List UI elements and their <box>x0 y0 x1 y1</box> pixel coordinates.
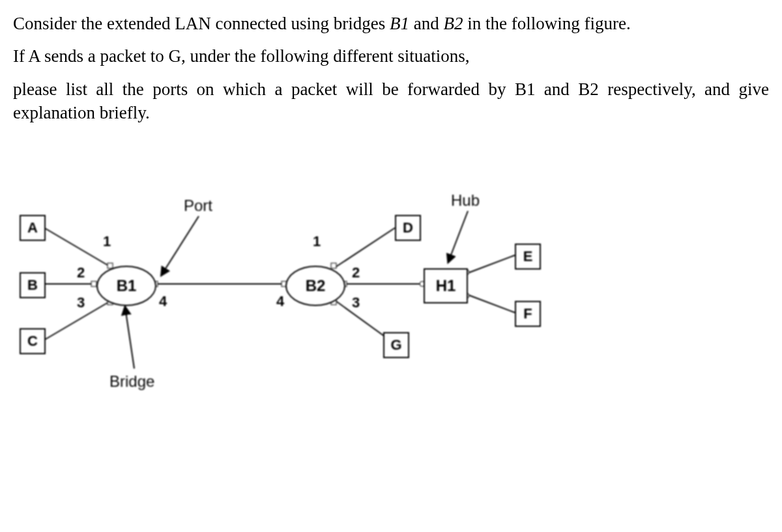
svg-line-8 <box>467 294 515 313</box>
port-b1-4: 4 <box>159 292 167 311</box>
svg-line-10 <box>448 211 468 262</box>
hub-label: Hub <box>451 190 480 211</box>
svg-line-4 <box>336 228 395 267</box>
port-b2-2: 2 <box>352 263 360 283</box>
problem-text: Consider the extended LAN connected usin… <box>13 12 769 125</box>
host-g: G <box>383 332 409 358</box>
port-label: Port <box>184 195 212 216</box>
host-e: E <box>515 244 541 270</box>
port-b2-3: 3 <box>352 293 360 313</box>
text: in the following figure. <box>463 14 631 33</box>
svg-rect-16 <box>331 263 336 268</box>
svg-line-9 <box>162 216 199 275</box>
port-b1-2: 2 <box>77 263 85 283</box>
text: Consider the extended LAN connected usin… <box>13 14 390 33</box>
svg-line-11 <box>125 307 134 369</box>
bridge-b1: B1 <box>96 266 156 306</box>
text: and <box>409 14 443 33</box>
host-d: D <box>395 215 421 241</box>
svg-line-0 <box>44 228 111 267</box>
problem-para-2: If A sends a packet to G, under the foll… <box>13 44 769 68</box>
network-diagram: A B C D E F G B1 B2 H1 1 2 3 4 1 2 3 4 P… <box>13 190 547 425</box>
bridge-label: Bridge <box>109 371 154 392</box>
port-b1-3: 3 <box>77 293 85 313</box>
port-b2-4: 4 <box>276 292 284 311</box>
port-b1-1: 1 <box>103 232 111 251</box>
bridge-b1-ref: B1 <box>390 14 409 33</box>
problem-para-3: please list all the ports on which a pac… <box>13 77 769 125</box>
host-f: F <box>515 301 541 327</box>
svg-rect-13 <box>91 281 96 287</box>
svg-line-7 <box>467 255 515 273</box>
bridge-b2-ref: B2 <box>444 14 463 33</box>
host-a: A <box>20 215 46 241</box>
problem-para-1: Consider the extended LAN connected usin… <box>13 12 769 35</box>
hub-h1: H1 <box>424 268 468 303</box>
host-b: B <box>20 272 46 298</box>
bridge-b2: B2 <box>285 266 345 306</box>
port-b2-1: 1 <box>313 232 321 251</box>
host-c: C <box>20 328 46 354</box>
